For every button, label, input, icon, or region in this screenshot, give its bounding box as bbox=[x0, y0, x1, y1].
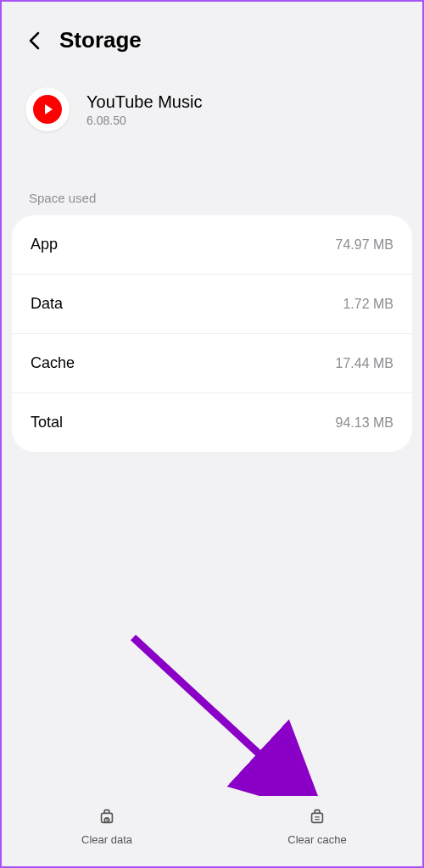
storage-value: 94.13 MB bbox=[336, 415, 393, 431]
storage-value: 1.72 MB bbox=[343, 297, 393, 312]
storage-row-cache: Cache 17.44 MB bbox=[12, 334, 412, 393]
app-name: YouTube Music bbox=[86, 92, 202, 112]
storage-value: 74.97 MB bbox=[336, 237, 393, 253]
arrow-annotation-icon bbox=[125, 629, 328, 824]
storage-row-data: Data 1.72 MB bbox=[12, 275, 412, 334]
header: Storage bbox=[2, 2, 422, 70]
app-version: 6.08.50 bbox=[86, 114, 202, 127]
storage-card: App 74.97 MB Data 1.72 MB Cache 17.44 MB… bbox=[12, 215, 412, 452]
clear-data-button[interactable]: Clear data bbox=[2, 806, 212, 846]
storage-row-total: Total 94.13 MB bbox=[12, 393, 412, 452]
app-details: YouTube Music 6.08.50 bbox=[86, 92, 202, 127]
youtube-music-icon bbox=[25, 87, 70, 131]
back-icon[interactable] bbox=[25, 32, 42, 49]
storage-label: Cache bbox=[31, 354, 75, 372]
storage-label: App bbox=[31, 236, 58, 253]
clear-cache-button[interactable]: Clear cache bbox=[212, 806, 422, 846]
storage-label: Data bbox=[31, 295, 63, 313]
page-title: Storage bbox=[59, 27, 142, 53]
svg-rect-4 bbox=[312, 813, 323, 822]
storage-row-app: App 74.97 MB bbox=[12, 215, 412, 275]
storage-value: 17.44 MB bbox=[336, 356, 393, 371]
trash-cache-icon bbox=[307, 806, 327, 826]
trash-data-icon bbox=[97, 806, 117, 826]
app-info: YouTube Music 6.08.50 bbox=[2, 70, 422, 165]
section-label: Space used bbox=[2, 165, 422, 215]
clear-data-label: Clear data bbox=[81, 833, 132, 846]
bottom-bar: Clear data Clear cache bbox=[2, 796, 422, 866]
svg-line-1 bbox=[133, 637, 303, 794]
storage-label: Total bbox=[31, 414, 63, 431]
clear-cache-label: Clear cache bbox=[287, 833, 346, 846]
